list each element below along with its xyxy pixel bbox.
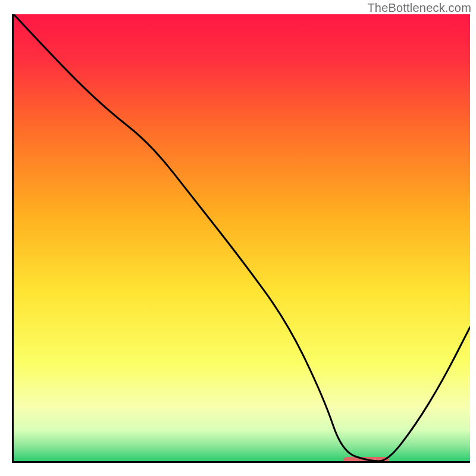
plot-area	[12, 14, 470, 463]
watermark-text: TheBottleneck.com	[367, 1, 471, 15]
chart-container: TheBottleneck.com	[0, 0, 476, 476]
curve-path	[14, 14, 470, 461]
bottleneck-curve	[14, 14, 470, 461]
